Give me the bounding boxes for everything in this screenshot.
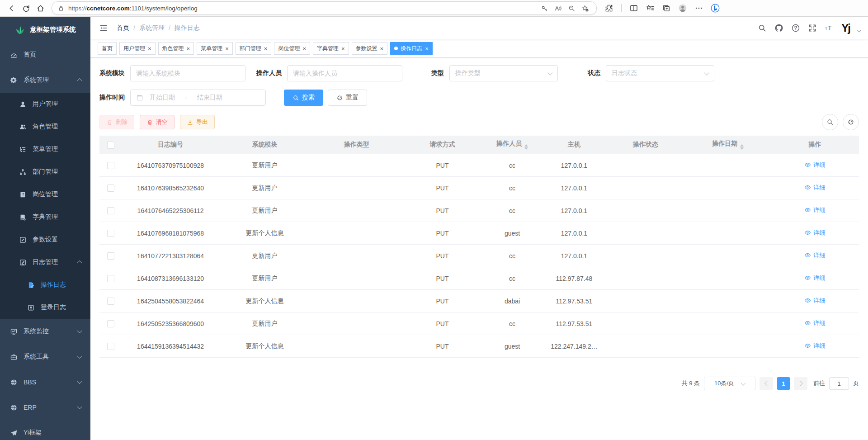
row-checkbox[interactable] — [107, 252, 114, 260]
sidebar-item-post-mgmt[interactable]: 岗位管理 — [0, 183, 90, 206]
sidebar-item-system-monitor[interactable]: 系统监控 — [0, 319, 90, 344]
operator-input[interactable] — [287, 65, 402, 81]
export-button[interactable]: 导出 — [180, 115, 215, 129]
row-checkbox[interactable] — [107, 185, 114, 192]
detail-link[interactable]: 详细 — [804, 206, 826, 214]
more-button[interactable] — [692, 2, 706, 15]
close-icon[interactable]: × — [225, 46, 229, 52]
close-icon[interactable]: × — [380, 46, 384, 52]
row-checkbox[interactable] — [107, 162, 114, 169]
search-button[interactable]: 搜索 — [284, 90, 323, 106]
tab-dict-mgmt[interactable]: 字典管理× — [313, 42, 349, 55]
tab-post-mgmt[interactable]: 岗位管理× — [274, 42, 310, 55]
font-size-button[interactable]: TT — [825, 24, 834, 33]
split-screen-button[interactable] — [627, 2, 641, 15]
page-number-1[interactable]: 1 — [777, 377, 790, 390]
row-checkbox[interactable] — [107, 320, 114, 327]
detail-link[interactable]: 详细 — [804, 161, 826, 169]
zoom-out-button[interactable] — [566, 2, 577, 14]
refresh-table-button[interactable] — [843, 114, 859, 130]
close-icon[interactable]: × — [264, 46, 268, 52]
delete-button[interactable]: 删除 — [99, 115, 134, 129]
tab-user-mgmt[interactable]: 用户管理× — [119, 42, 156, 55]
app-logo[interactable]: 意框架管理系统 — [0, 17, 90, 42]
tab-dept-mgmt[interactable]: 部门管理× — [236, 42, 272, 55]
add-favorite-button[interactable] — [579, 2, 591, 14]
sidebar-item-log-mgmt[interactable]: 日志管理 — [0, 251, 90, 274]
tab-home[interactable]: 首页 — [98, 42, 117, 55]
sidebar-item-menu-mgmt[interactable]: 菜单管理 — [0, 138, 90, 161]
sidebar-item-dept-mgmt[interactable]: 部门管理 — [0, 161, 90, 183]
password-button[interactable] — [538, 2, 550, 14]
close-icon[interactable]: × — [187, 46, 190, 52]
close-icon[interactable]: × — [302, 46, 306, 52]
sort-carets[interactable] — [740, 144, 744, 150]
date-range-picker[interactable]: 开始日期 - 结束日期 — [130, 90, 266, 106]
sidebar-item-erp[interactable]: ERP — [0, 395, 90, 420]
type-select[interactable]: 操作类型 — [449, 65, 558, 81]
sidebar-item-user-mgmt[interactable]: 用户管理 — [0, 93, 90, 115]
browser-refresh-button[interactable] — [19, 2, 33, 15]
page-size-select[interactable]: 10条/页 — [704, 377, 755, 390]
help-button[interactable] — [791, 24, 800, 33]
sidebar-item-home[interactable]: 首页 — [0, 42, 90, 67]
search-button[interactable] — [758, 24, 767, 33]
close-icon[interactable]: × — [148, 46, 151, 52]
cell-op-type — [311, 312, 402, 335]
detail-link[interactable]: 详细 — [804, 229, 826, 237]
reset-button[interactable]: 重置 — [328, 90, 367, 106]
browser-back-button[interactable] — [5, 2, 18, 15]
sidebar-item-system-mgmt[interactable]: 系统管理 — [0, 67, 90, 93]
detail-link[interactable]: 详细 — [804, 274, 826, 282]
detail-link[interactable]: 详细 — [804, 342, 826, 350]
row-checkbox[interactable] — [107, 230, 114, 237]
read-aloud-button[interactable] — [552, 2, 564, 14]
status-select[interactable]: 日志状态 — [606, 65, 714, 81]
sidebar-item-yi-frame[interactable]: Yi框架 — [0, 420, 90, 440]
extensions-button[interactable] — [602, 2, 616, 15]
detail-link[interactable]: 详细 — [804, 251, 826, 260]
next-page-button[interactable] — [794, 377, 807, 390]
address-bar[interactable]: https://ccnetcore.com:1101/system/log/op… — [52, 1, 597, 15]
sidebar-item-bbs[interactable]: BBS — [0, 369, 90, 395]
tab-menu-mgmt[interactable]: 菜单管理× — [197, 42, 233, 55]
tab-param-settings[interactable]: 参数设置× — [352, 42, 388, 55]
sidebar-item-dict-mgmt[interactable]: 字典管理 — [0, 206, 90, 228]
cell-operator: cc — [482, 199, 542, 222]
breadcrumb-item[interactable]: 首页 — [117, 24, 129, 32]
close-icon[interactable]: × — [425, 46, 429, 52]
sidebar-item-role-mgmt[interactable]: 角色管理 — [0, 115, 90, 138]
tab-role-mgmt[interactable]: 角色管理× — [158, 42, 194, 55]
close-icon[interactable]: × — [341, 46, 345, 52]
detail-link[interactable]: 详细 — [804, 319, 826, 327]
detail-link[interactable]: 详细 — [804, 297, 826, 305]
goto-page-input[interactable] — [829, 377, 849, 390]
row-checkbox[interactable] — [107, 343, 114, 350]
profile-button[interactable] — [676, 2, 689, 15]
sidebar-item-system-tools[interactable]: 系统工具 — [0, 344, 90, 369]
prev-page-button[interactable] — [760, 377, 773, 390]
sidebar-item-login-log[interactable]: 登录日志 — [0, 296, 90, 319]
select-all-checkbox[interactable] — [107, 142, 114, 149]
row-checkbox[interactable] — [107, 207, 114, 214]
clear-button[interactable]: 清空 — [140, 115, 175, 129]
browser-home-button[interactable] — [33, 2, 47, 15]
module-input[interactable] — [130, 65, 245, 81]
sidebar-item-param-settings[interactable]: 参数设置 — [0, 228, 90, 251]
detail-link[interactable]: 详细 — [804, 184, 826, 192]
tab-label: 角色管理 — [162, 45, 184, 52]
sidebar-collapse-button[interactable] — [98, 22, 109, 34]
show-search-button[interactable] — [822, 114, 838, 130]
bing-chat-button[interactable] — [708, 2, 722, 15]
favorites-button[interactable] — [643, 2, 657, 15]
github-button[interactable] — [774, 24, 783, 33]
tab-oper-log[interactable]: 操作日志× — [390, 42, 433, 55]
sidebar-item-oper-log[interactable]: 操作日志 — [0, 274, 90, 296]
row-checkbox[interactable] — [107, 298, 114, 305]
yj-logo[interactable]: Yj — [841, 23, 850, 33]
chevron-down-icon[interactable] — [857, 28, 862, 32]
row-checkbox[interactable] — [107, 275, 114, 282]
collections-button[interactable] — [660, 2, 673, 15]
sort-carets[interactable] — [524, 144, 528, 150]
fullscreen-button[interactable] — [808, 24, 817, 33]
